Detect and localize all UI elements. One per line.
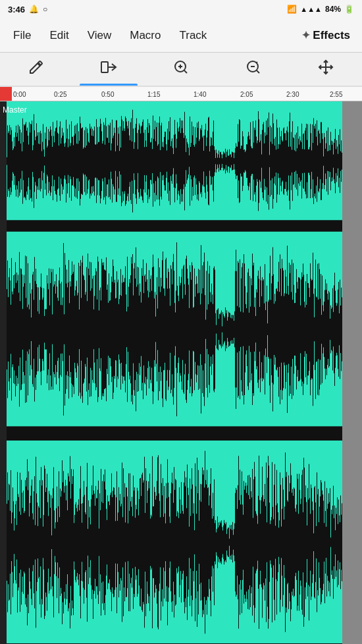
ruler-140: 1:40 [194,90,206,97]
signal-icon: ▲▲▲ [300,5,322,13]
wifi-icon: 📶 [287,5,297,14]
ruler-50: 0:50 [101,90,114,97]
ruler-25: 0:25 [54,90,66,97]
zoom-out-tool-button[interactable] [217,53,290,86]
effects-star-icon: ✦ [301,29,310,41]
master-label: Master [3,105,27,115]
waveform-area[interactable]: Master [0,101,362,644]
pencil-tool-button[interactable] [0,53,72,86]
sync-icon: ○ [43,5,47,14]
zoom-out-icon [246,59,261,79]
ruler-red-marker [0,87,12,101]
notification-icon: 🔔 [29,5,39,14]
waveform-canvas-element [7,101,342,644]
menu-file[interactable]: File [5,24,39,47]
pencil-icon [28,59,44,79]
trim-icon [100,59,117,79]
scale-bar-left [0,101,7,644]
menu-macro[interactable]: Macro [122,24,168,47]
waveform-content-area: Master [0,101,362,644]
toolbar [0,53,362,87]
zoom-in-icon [173,59,189,79]
timeline-ruler: 0:00 0:25 0:50 1:15 1:40 2:05 2:30 2:55 [0,87,362,101]
ruler-205: 2:05 [240,90,253,97]
status-bar: 3:46 🔔 ○ 📶 ▲▲▲ 84% 🔋 [0,0,362,18]
menu-edit[interactable]: Edit [41,24,76,47]
trim-tool-button[interactable] [72,53,145,86]
status-left: 3:46 🔔 ○ [8,5,47,14]
menu-bar: File Edit View Macro Track ✦ Effects [0,18,362,53]
menu-track[interactable]: Track [171,24,215,47]
ruler-ticks: 0:00 0:25 0:50 1:15 1:40 2:05 2:30 2:55 [12,87,362,101]
svg-rect-0 [101,62,108,72]
move-tool-button[interactable] [290,53,362,86]
move-icon [318,59,334,79]
ruler-0: 0:00 [13,90,26,97]
time-display: 3:46 [8,5,25,14]
effects-button[interactable]: ✦ Effects [295,24,357,47]
battery-display: 84% [325,5,341,14]
ruler-230: 2:30 [286,90,299,97]
ruler-255: 2:55 [330,90,342,97]
effects-label: Effects [313,29,350,42]
battery-icon: 🔋 [344,5,354,14]
menu-view[interactable]: View [80,24,120,47]
zoom-in-tool-button[interactable] [145,53,217,86]
status-right: 📶 ▲▲▲ 84% 🔋 [287,5,354,14]
ruler-115: 1:15 [147,90,160,97]
menu-items: File Edit View Macro Track [5,24,215,47]
waveform-canvas[interactable] [7,101,342,644]
scale-bar-right [342,101,362,644]
